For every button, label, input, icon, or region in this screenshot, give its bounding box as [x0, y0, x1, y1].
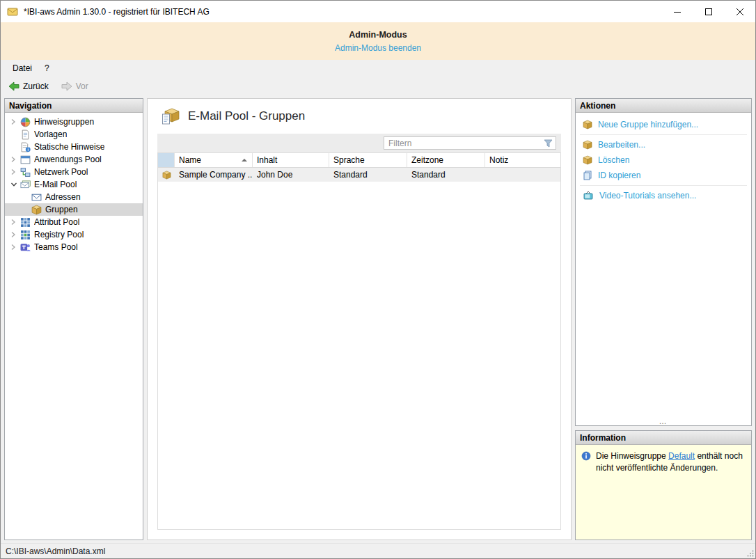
row-notiz-cell — [485, 168, 560, 182]
table-empty-area — [158, 182, 560, 529]
info-icon — [581, 451, 591, 461]
default-group-link[interactable]: Default — [668, 451, 695, 461]
row-zeitzone-cell: Standard — [407, 168, 485, 182]
package-icon — [31, 205, 42, 215]
information-header: Information — [576, 431, 751, 445]
mail-stack-icon — [20, 180, 31, 189]
back-button-label: Zurück — [23, 81, 49, 91]
maximize-icon — [705, 8, 712, 15]
sidebar-item-statische-hinweise[interactable]: Statische Hinweise — [5, 141, 143, 153]
sidebar-item-hinweisgruppen[interactable]: Hinweisgruppen — [5, 116, 143, 128]
action-copy-id[interactable]: ID kopieren — [576, 168, 751, 183]
maximize-button[interactable] — [693, 1, 724, 22]
navigation-panel: Navigation Hinweisgruppen Vorlagen Stati… — [4, 98, 143, 540]
globe-icon — [20, 117, 31, 127]
statusbar: C:\IBI-aws\Admin\Data.xml — [1, 543, 755, 558]
sidebar-item-registry-pool[interactable]: Registry Pool — [5, 228, 143, 241]
navigation-header: Navigation — [5, 99, 143, 113]
panel-splitter-handle[interactable]: … — [576, 418, 751, 425]
actions-header: Aktionen — [576, 99, 751, 113]
statusbar-path: C:\IBI-aws\Admin\Data.xml — [6, 546, 105, 556]
filter-strip — [157, 134, 561, 152]
template-icon — [20, 129, 31, 140]
chevron-right-icon[interactable] — [10, 156, 20, 163]
row-name-cell: Sample Company ... — [175, 168, 253, 182]
sidebar-item-anwendungs-pool[interactable]: Anwendungs Pool — [5, 153, 143, 166]
table-header-name[interactable]: Name — [175, 153, 253, 167]
divider — [580, 185, 747, 186]
sidebar-item-vorlagen[interactable]: Vorlagen — [5, 128, 143, 141]
groups-table: Name Inhalt Sprache Zeitzone — [157, 152, 561, 530]
forward-button[interactable]: Vor — [58, 80, 92, 93]
main-header: E-Mail Pool - Gruppen — [148, 99, 571, 131]
sidebar-item-attribut-pool[interactable]: Attribut Pool — [5, 216, 143, 228]
sort-ascending-icon — [242, 159, 247, 162]
menu-item-datei[interactable]: Datei — [6, 61, 38, 75]
chevron-down-icon[interactable] — [10, 182, 20, 187]
envelope-icon — [31, 192, 42, 203]
package-page-icon — [162, 108, 180, 125]
row-inhalt-cell: John Doe — [253, 168, 329, 182]
filter-input[interactable] — [384, 139, 544, 148]
chevron-right-icon[interactable] — [10, 118, 20, 125]
forward-button-label: Vor — [76, 81, 88, 91]
app-window: *IBI-aws Admin 1.30.0 - registriert für … — [0, 0, 756, 559]
actions-list: Neue Gruppe hinzufügen... Bearbeiten... … — [576, 113, 751, 203]
back-arrow-icon — [8, 81, 19, 91]
table-header-icon-column[interactable] — [158, 153, 175, 167]
action-video-tutorials[interactable]: Video-Tutorials ansehen... — [576, 188, 751, 203]
actions-panel: Aktionen Neue Gruppe hinzufügen... Bearb… — [575, 98, 752, 426]
minimize-button[interactable] — [661, 1, 693, 22]
grid-icon — [20, 217, 31, 228]
static-note-icon — [20, 142, 31, 152]
information-panel: Information Die Hinweisgruppe Default en… — [575, 430, 752, 540]
network-icon — [20, 167, 31, 178]
package-icon — [162, 171, 171, 180]
close-button[interactable] — [724, 1, 755, 22]
action-edit[interactable]: Bearbeiten... — [576, 137, 751, 152]
action-new-group[interactable]: Neue Gruppe hinzufügen... — [576, 117, 751, 132]
teams-icon — [20, 242, 31, 253]
chevron-right-icon[interactable] — [10, 219, 20, 226]
window-title: *IBI-aws Admin 1.30.0 - registriert für … — [24, 7, 210, 17]
app-window-icon — [20, 155, 31, 165]
titlebar: *IBI-aws Admin 1.30.0 - registriert für … — [1, 1, 755, 22]
sidebar-item-email-pool[interactable]: E-Mail Pool — [5, 178, 143, 191]
filter-box — [384, 136, 556, 150]
sidebar-item-teams-pool[interactable]: Teams Pool — [5, 241, 143, 253]
table-zone: Name Inhalt Sprache Zeitzone — [157, 134, 561, 530]
menu-item-help[interactable]: ? — [38, 61, 56, 75]
navigation-tree: Hinweisgruppen Vorlagen Statische Hinwei… — [5, 113, 143, 540]
filter-funnel-icon[interactable] — [544, 139, 553, 148]
information-text: Die Hinweisgruppe Default enthält noch n… — [596, 450, 746, 474]
chevron-right-icon[interactable] — [10, 244, 20, 251]
chevron-right-icon[interactable] — [10, 168, 20, 175]
package-icon — [583, 155, 592, 165]
package-icon — [583, 140, 592, 150]
back-button[interactable]: Zurück — [5, 80, 52, 93]
forward-arrow-icon — [61, 81, 72, 91]
admin-mode-title: Admin-Modus — [349, 30, 407, 40]
sidebar-item-gruppen[interactable]: Gruppen — [5, 203, 143, 216]
workspace: Navigation Hinweisgruppen Vorlagen Stati… — [1, 96, 755, 543]
table-header-inhalt[interactable]: Inhalt — [253, 153, 329, 167]
admin-mode-banner: Admin-Modus Admin-Modus beenden — [1, 22, 755, 60]
table-row[interactable]: Sample Company ... John Doe Standard Sta… — [158, 168, 560, 182]
resize-grip[interactable] — [747, 550, 754, 557]
minimize-icon — [674, 8, 681, 15]
tv-icon — [583, 191, 594, 200]
menubar: Datei ? — [1, 60, 755, 77]
information-body: Die Hinweisgruppe Default enthält noch n… — [576, 445, 751, 540]
exit-admin-mode-link[interactable]: Admin-Modus beenden — [335, 43, 421, 53]
table-header-row: Name Inhalt Sprache Zeitzone — [158, 153, 560, 168]
table-header-zeitzone[interactable]: Zeitzone — [407, 153, 485, 167]
copy-icon — [583, 171, 592, 180]
sidebar-item-netzwerk-pool[interactable]: Netzwerk Pool — [5, 166, 143, 178]
table-header-sprache[interactable]: Sprache — [329, 153, 407, 167]
package-icon — [583, 120, 592, 129]
sidebar-item-adressen[interactable]: Adressen — [5, 191, 143, 203]
chevron-right-icon[interactable] — [10, 231, 20, 238]
row-sprache-cell: Standard — [329, 168, 407, 182]
action-delete[interactable]: Löschen — [576, 152, 751, 168]
table-header-notiz[interactable]: Notiz — [485, 153, 560, 167]
